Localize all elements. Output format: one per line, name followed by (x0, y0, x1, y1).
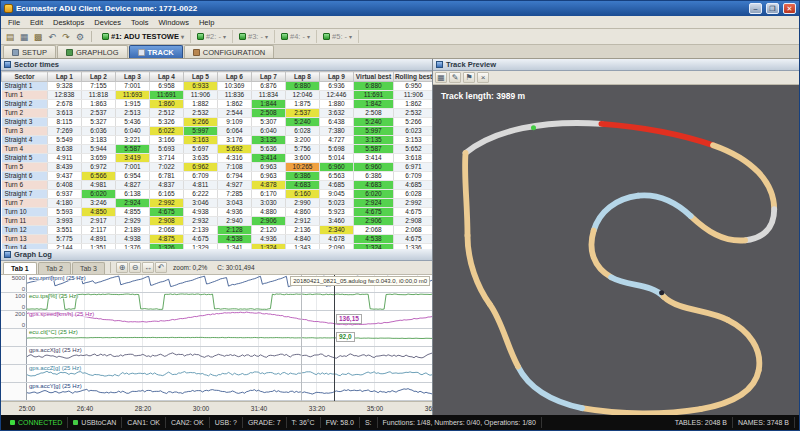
table-row[interactable]: Turn 74:1803:2462:9242:9923:0463:0433:03… (2, 199, 433, 208)
sector-time-cell: 4:683 (286, 181, 320, 190)
graph-band-6[interactable]: gps.accY[g] (25 Hz) (1, 383, 432, 401)
sector-time-cell: 11:836 (218, 91, 252, 100)
sector-time-cell: 4:678 (320, 235, 354, 244)
new-desktop-icon[interactable]: ▤ (3, 30, 17, 43)
sector-time-cell: 6:880 (286, 82, 320, 91)
sector-time-cell: 6:962 (184, 163, 218, 172)
menu-item-desktops[interactable]: Desktops (48, 17, 89, 28)
sector-time-cell: 2:532 (394, 109, 433, 118)
zoom-out-icon[interactable]: ⊖ (129, 262, 141, 273)
sector-time-cell: 4:938 (116, 235, 150, 244)
graph-tab-3[interactable]: Tab 3 (72, 262, 105, 274)
save-icon[interactable]: ▩ (31, 30, 45, 43)
sector-time-cell: 3:714 (150, 154, 184, 163)
close-button[interactable]: ✕ (783, 3, 796, 14)
device-slot-3[interactable]: #3: -▾ (233, 30, 275, 43)
sector-time-cell: 5:997 (184, 127, 218, 136)
table-row[interactable]: Straight 76:9376:0206:1386:1656:2227:285… (2, 190, 433, 199)
table-row[interactable]: Turn 123:5512:1172:1892:0682:1392:1282:1… (2, 226, 433, 235)
undo-icon[interactable]: ↶ (45, 30, 59, 43)
y-min-label: 0 (22, 304, 25, 310)
graphlog-tab-icon (66, 49, 73, 56)
table-row[interactable]: Straight 22:6781:8631:9151:8601:8821:862… (2, 100, 433, 109)
table-row[interactable]: Turn 135:7754:8914:9384:8754:6754:5384:9… (2, 235, 433, 244)
zoom-in-icon[interactable]: ⊕ (116, 262, 128, 273)
menu-item-tools[interactable]: Tools (126, 17, 154, 28)
sector-time-cell: 12:046 (286, 91, 320, 100)
graph-band-1[interactable]: 1000ecu.tps[%] (25 Hz) (1, 293, 432, 311)
table-row[interactable]: Turn 23:6132:5372:5132:5122:5322:5442:50… (2, 109, 433, 118)
table-row[interactable]: Turn 105:5934:8504:8554:6754:9384:9364:8… (2, 208, 433, 217)
table-row[interactable]: Straight 45:5493:1833:2213:1663:1633:176… (2, 136, 433, 145)
sector-time-cell: 6:971 (394, 163, 433, 172)
maximize-button[interactable]: ❐ (766, 3, 779, 14)
graph-band-3[interactable]: ecu.clt[°C] (25 Hz)92,0 (1, 329, 432, 347)
status-segment-4: USB: ? (210, 417, 243, 428)
graph-tab-1[interactable]: Tab 1 (3, 262, 37, 274)
delete-icon[interactable]: × (477, 72, 489, 83)
device-slot-4[interactable]: #4: -▾ (275, 30, 317, 43)
waveform-area: ecu.tps[%] (25 Hz) (27, 293, 432, 310)
device-slot-2[interactable]: #2: -▾ (191, 30, 233, 43)
column-header-lap-9: Lap 9 (320, 72, 354, 82)
sector-time-cell: 3:176 (218, 136, 252, 145)
track-toolbar: ▦✎⚑× (433, 71, 799, 85)
fit-width-icon[interactable]: ↔ (142, 262, 154, 273)
settings-icon[interactable]: ⚙ (73, 30, 87, 43)
table-row[interactable]: Turn 66:4084:9814:8274:8374:8114:9274:87… (2, 181, 433, 190)
graph-toolbar: Tab 1Tab 2Tab 3 ⊕⊖↔↶ zoom: 0,2% C: 30:01… (1, 261, 432, 275)
graph-band-2[interactable]: 2000gps.speed[km/h] (25 Hz)136,15 (1, 311, 432, 329)
table-row[interactable]: Straight 54:9113:6593:4193:7143:6354:316… (2, 154, 433, 163)
sector-time-cell: 1:862 (218, 100, 252, 109)
status-segment-text: CAN1: OK (127, 419, 160, 426)
redo-icon[interactable]: ↷ (59, 30, 73, 43)
tab-graphlog[interactable]: GRAPHLOG (57, 45, 128, 58)
status-segment-text: S: (365, 419, 372, 426)
cursor-b-line[interactable] (334, 275, 335, 401)
minimize-button[interactable]: – (749, 3, 762, 14)
device-slot-5[interactable]: #5: -▾ (317, 30, 359, 43)
sector-name-cell: Turn 3 (2, 127, 48, 136)
sector-time-cell: 7:269 (48, 127, 82, 136)
graph-band-5[interactable]: gps.accZ[g] (25 Hz) (1, 365, 432, 383)
sector-time-cell: 4:837 (150, 181, 184, 190)
save-track-icon[interactable]: ▦ (435, 72, 447, 83)
table-row[interactable]: Straight 69:4376:5666:9546:7816:7096:794… (2, 172, 433, 181)
sector-time-cell: 3:153 (394, 136, 433, 145)
menu-item-file[interactable]: File (3, 17, 25, 28)
sector-time-cell: 5:266 (184, 118, 218, 127)
tab-track[interactable]: TRACK (129, 45, 183, 58)
table-row[interactable]: Turn 48:6385:9445:5875:6935:6975:6925:63… (2, 145, 433, 154)
sector-time-cell: 6:709 (184, 172, 218, 181)
menu-item-edit[interactable]: Edit (25, 17, 48, 28)
graph-tab-2[interactable]: Tab 2 (38, 262, 71, 274)
table-row[interactable]: Turn 112:83811:81811:69311:69111:90611:8… (2, 91, 433, 100)
sector-name-cell: Turn 6 (2, 181, 48, 190)
sector-time-cell: 4:811 (184, 181, 218, 190)
table-row[interactable]: Turn 113:9932:9172:9292:9082:9322:9402:9… (2, 217, 433, 226)
tab-setup[interactable]: SETUP (3, 45, 56, 58)
menu-item-windows[interactable]: Windows (154, 17, 194, 28)
cursor-a-line[interactable] (301, 275, 302, 401)
menu-item-help[interactable]: Help (194, 17, 219, 28)
sector-time-cell: 11:834 (252, 91, 286, 100)
sector-time-cell: 11:818 (82, 91, 116, 100)
table-row[interactable]: Turn 58:4396:9727:0017:0226:9627:1086:96… (2, 163, 433, 172)
left-pane: Sector times SectorLap 1Lap 2Lap 3Lap 4L… (1, 59, 433, 415)
undo-zoom-icon[interactable]: ↶ (155, 262, 167, 273)
table-row[interactable]: Turn 37:2696:0366:0406:0225:9976:0646:04… (2, 127, 433, 136)
device-slot-1[interactable]: #1: ADU TESTOWE▾ (96, 30, 191, 43)
sector-time-cell: 4:850 (82, 208, 116, 217)
track-canvas[interactable]: Track length: 3989 m (433, 85, 799, 415)
edit-track-icon[interactable]: ✎ (449, 72, 461, 83)
status-led-icon (10, 420, 15, 425)
table-row[interactable]: Straight 19:3287:1557:0016:9586:93310:36… (2, 82, 433, 91)
tab-configuration[interactable]: CONFIGURATION (184, 45, 274, 58)
table-row[interactable]: Straight 38:1155:3275:4365:3265:2669:109… (2, 118, 433, 127)
menu-item-devices[interactable]: Devices (89, 17, 126, 28)
sector-time-cell: 5:587 (116, 145, 150, 154)
flag-icon[interactable]: ⚑ (463, 72, 475, 83)
graph-band-4[interactable]: gps.accX[g] (25 Hz) (1, 347, 432, 365)
open-icon[interactable]: ▦ (17, 30, 31, 43)
graph-plot[interactable]: 50000ecu.rpm[rpm] (25 Hz)1000ecu.tps[%] … (1, 275, 432, 401)
